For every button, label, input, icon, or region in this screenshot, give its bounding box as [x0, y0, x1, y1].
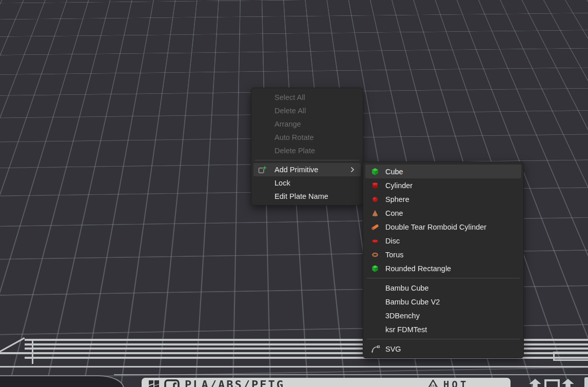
- menu-item-double-tear-romboid-cylinder[interactable]: Double Tear Romboid Cylinder: [365, 220, 521, 234]
- menu-item-lock[interactable]: Lock: [253, 176, 361, 190]
- menu-item-label: Add Primitive: [275, 166, 350, 174]
- menu-item-bambu-cube[interactable]: Bambu Cube: [365, 281, 521, 295]
- menu-item-delete-plate: Delete Plate: [253, 144, 361, 157]
- menu-item-label: Auto Rotate: [275, 133, 361, 141]
- romboid-cylinder-icon: [368, 222, 385, 231]
- menu-item-label: Delete Plate: [275, 147, 361, 155]
- menu-item-label: Cylinder: [385, 181, 521, 190]
- plate-corner-tab: [0, 375, 124, 387]
- hot-warning-icon: [427, 379, 439, 387]
- plate-edge-piece: [584, 377, 588, 387]
- menu-item-cylinder[interactable]: Cylinder: [365, 178, 521, 192]
- context-menu: Select AllDelete AllArrangeAuto RotateDe…: [251, 88, 363, 206]
- menu-item-label: Double Tear Romboid Cylinder: [385, 223, 521, 231]
- menu-item-rounded-rectangle[interactable]: Rounded Rectangle: [365, 261, 521, 275]
- add-primitive-submenu: CubeCylinderSphereConeDouble Tear Romboi…: [363, 161, 524, 358]
- menu-item-bambu-cube-v2[interactable]: Bambu Cube V2: [365, 295, 521, 309]
- menu-item-label: Arrange: [275, 120, 361, 128]
- submenu-arrow-icon: [350, 167, 355, 173]
- menu-separator: [367, 339, 520, 339]
- menu-item-ksr-fdmtest[interactable]: ksr FDMTest: [365, 322, 521, 336]
- disc-icon: [368, 236, 385, 245]
- no-icon: [258, 179, 275, 188]
- rounded-rectangle-icon: [368, 264, 385, 273]
- no-icon: [258, 133, 275, 142]
- menu-item-label: ksr FDMTest: [385, 325, 521, 334]
- no-icon: [368, 311, 385, 320]
- menu-item-delete-all: Delete All: [253, 104, 361, 117]
- svg-curve-icon: [368, 344, 385, 353]
- no-icon: [258, 93, 275, 102]
- menu-item-select-all: Select All: [253, 91, 361, 104]
- plate-edge-connector: [32, 339, 33, 364]
- menu-item-disc[interactable]: Disc: [365, 234, 521, 248]
- menu-item-label: Edit Plate Name: [275, 192, 361, 200]
- menu-item-3dbenchy[interactable]: 3DBenchy: [365, 309, 521, 322]
- menu-separator: [367, 278, 520, 278]
- no-icon: [258, 192, 275, 201]
- no-icon: [368, 325, 385, 334]
- cone-icon: [368, 209, 385, 217]
- plate-front-line: [114, 374, 588, 375]
- menu-item-torus[interactable]: Torus: [365, 248, 521, 261]
- no-icon: [258, 120, 275, 129]
- cube-icon: [368, 167, 385, 176]
- cylinder-icon: [368, 181, 385, 190]
- menu-item-label: Bambu Cube: [385, 284, 521, 292]
- menu-item-label: Bambu Cube V2: [385, 298, 521, 306]
- menu-item-cone[interactable]: Cone: [365, 206, 521, 220]
- sphere-icon: [368, 195, 385, 203]
- no-icon: [258, 147, 275, 155]
- no-icon: [368, 283, 385, 292]
- menu-item-label: Sphere: [385, 195, 521, 203]
- menu-item-label: Cone: [385, 209, 521, 217]
- plate-edge-notch: [553, 352, 588, 361]
- no-icon: [368, 297, 385, 306]
- handle-slot-icon: [544, 379, 560, 387]
- menu-item-label: Torus: [385, 251, 521, 259]
- menu-separator: [255, 160, 359, 160]
- menu-item-add-primitive[interactable]: Add Primitive: [253, 163, 361, 176]
- plate-edge-line: [0, 366, 588, 368]
- menu-item-sphere[interactable]: Sphere: [365, 192, 521, 206]
- menu-item-auto-rotate: Auto Rotate: [253, 131, 361, 144]
- menu-item-label: Lock: [275, 179, 361, 187]
- menu-item-label: Rounded Rectangle: [385, 264, 521, 273]
- plate-material-label: PLA/ABS/PETG: [185, 378, 285, 387]
- plate-label-strip: PLA/ABS/PETG HOT: [142, 378, 511, 387]
- menu-item-label: Select All: [275, 93, 361, 101]
- menu-item-label: Cube: [385, 168, 521, 176]
- menu-item-label: 3DBenchy: [385, 312, 521, 320]
- menu-item-label: Delete All: [275, 107, 361, 115]
- viewport-3d[interactable]: PLA/ABS/PETG HOT Select AllDelete AllArr…: [0, 0, 588, 387]
- menu-item-svg[interactable]: SVG: [365, 342, 521, 356]
- menu-item-edit-plate-name[interactable]: Edit Plate Name: [253, 190, 361, 203]
- add-primitive-icon: [258, 166, 275, 174]
- menu-item-label: SVG: [385, 345, 521, 353]
- plate-texture-icon: [164, 379, 180, 387]
- plate-hot-label: HOT: [443, 379, 468, 387]
- bambu-logo-icon: [148, 379, 161, 387]
- torus-icon: [368, 250, 385, 259]
- no-icon: [258, 107, 275, 115]
- menu-item-arrange: Arrange: [253, 117, 361, 131]
- menu-item-label: Disc: [385, 237, 521, 245]
- menu-item-cube[interactable]: Cube: [365, 165, 521, 178]
